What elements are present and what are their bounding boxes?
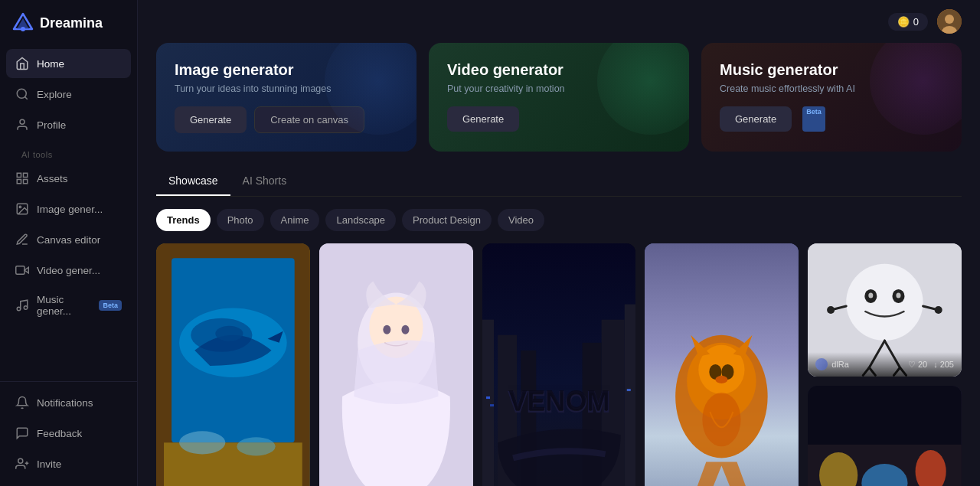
music-generator-card: Music generator Create music effortlessl… bbox=[701, 43, 962, 152]
user-dot bbox=[815, 358, 828, 370]
nav-notifications[interactable]: Notifications bbox=[6, 388, 131, 417]
svg-rect-7 bbox=[24, 180, 28, 184]
grid-item-cat[interactable]: wendi X ♡ 60 ↓ 1.4K bbox=[645, 243, 799, 486]
svg-point-15 bbox=[18, 458, 23, 463]
user-avatar[interactable] bbox=[937, 9, 962, 34]
svg-point-33 bbox=[401, 325, 409, 334]
svg-point-3 bbox=[17, 89, 26, 98]
svg-rect-36 bbox=[482, 320, 494, 486]
svg-rect-37 bbox=[624, 305, 635, 486]
char-downloads: ↓ 205 bbox=[933, 360, 954, 370]
video-generate-button[interactable]: Generate bbox=[447, 106, 519, 132]
nav-explore[interactable]: Explore bbox=[6, 80, 131, 109]
grid-item-char[interactable]: dlRa ♡ 20 ↓ 205 bbox=[808, 243, 962, 377]
grid-item-venom[interactable]: VENOM VENOM Janet ♡ 95 ↓ 1.3K bbox=[482, 243, 636, 486]
tab-showcase[interactable]: Showcase bbox=[156, 167, 230, 196]
svg-rect-6 bbox=[24, 173, 28, 177]
image-grid: Janet ♡ 47 ↓ 376 bbox=[156, 243, 962, 486]
explore-label: Explore bbox=[37, 89, 72, 100]
showcase-area: Showcase AI Shorts Trends Photo Anime La… bbox=[138, 167, 980, 486]
image-generator-card: Image generator Turn your ideas into stu… bbox=[156, 43, 416, 152]
explore-icon bbox=[15, 87, 29, 101]
ai-tools-label: AI tools bbox=[6, 141, 131, 164]
svg-rect-12 bbox=[16, 266, 24, 275]
nav-music-gen[interactable]: Music gener... Beta bbox=[6, 286, 131, 325]
grid-item-bottom-right[interactable] bbox=[808, 386, 962, 486]
canvas-icon bbox=[15, 233, 29, 246]
char-overlay: dlRa ♡ 20 ↓ 205 bbox=[808, 352, 962, 377]
nav-invite[interactable]: Invite bbox=[6, 449, 131, 478]
tabs-row: Showcase AI Shorts bbox=[156, 167, 962, 197]
svg-point-54 bbox=[716, 376, 728, 383]
svg-point-14 bbox=[24, 306, 28, 310]
svg-rect-43 bbox=[490, 404, 494, 406]
nav-image-gen[interactable]: Image gener... bbox=[6, 194, 131, 223]
svg-point-32 bbox=[383, 325, 390, 334]
canvas-label: Canvas editor bbox=[37, 234, 100, 246]
logo-area: Dreamina bbox=[0, 0, 137, 49]
svg-point-2 bbox=[21, 27, 25, 31]
filter-row: Trends Photo Anime Landscape Product Des… bbox=[156, 209, 962, 231]
coin-count: 0 bbox=[913, 16, 919, 28]
filter-video[interactable]: Video bbox=[498, 209, 544, 231]
svg-point-28 bbox=[237, 437, 275, 455]
home-icon bbox=[15, 57, 29, 70]
nav-assets[interactable]: Assets bbox=[6, 164, 131, 193]
app-name: Dreamina bbox=[40, 15, 103, 31]
svg-point-71 bbox=[935, 306, 942, 314]
sidebar: Dreamina Home Explore Profile AI tools bbox=[0, 0, 138, 486]
music-beta-badge: Beta bbox=[802, 106, 825, 132]
svg-marker-11 bbox=[24, 267, 28, 273]
svg-point-13 bbox=[17, 307, 21, 311]
assets-icon bbox=[15, 171, 29, 185]
nav-profile[interactable]: Profile bbox=[6, 110, 131, 139]
svg-point-60 bbox=[869, 292, 874, 298]
svg-text:VENOM: VENOM bbox=[508, 385, 609, 416]
svg-point-4 bbox=[20, 119, 24, 124]
music-generate-button[interactable]: Generate bbox=[720, 106, 792, 132]
invite-icon bbox=[15, 457, 29, 471]
main-content: 🪙 0 Image generator Turn your ideas into… bbox=[138, 0, 980, 486]
filter-photo[interactable]: Photo bbox=[217, 209, 264, 231]
grid-item-elf[interactable]: Gelyn Lakwatsera ♡ 76 ↓ 1.3K bbox=[319, 243, 473, 486]
home-label: Home bbox=[37, 58, 64, 70]
profile-label: Profile bbox=[37, 119, 66, 131]
char-user: dlRa bbox=[815, 358, 849, 370]
nav-section: Home Explore Profile AI tools Assets bbox=[0, 49, 137, 381]
svg-point-27 bbox=[179, 431, 225, 454]
filter-anime[interactable]: Anime bbox=[270, 209, 320, 231]
nav-canvas[interactable]: Canvas editor bbox=[6, 225, 131, 254]
svg-point-19 bbox=[945, 15, 954, 24]
music-gen-label: Music gener... bbox=[37, 294, 88, 317]
svg-rect-44 bbox=[626, 389, 630, 391]
coin-badge: 🪙 0 bbox=[888, 13, 928, 31]
topbar: 🪙 0 bbox=[138, 0, 980, 43]
svg-point-57 bbox=[846, 264, 923, 341]
profile-icon bbox=[15, 118, 29, 132]
coin-icon: 🪙 bbox=[897, 16, 910, 28]
nav-feedback[interactable]: Feedback bbox=[6, 419, 131, 448]
tab-ai-shorts[interactable]: AI Shorts bbox=[230, 167, 299, 196]
char-username: dlRa bbox=[831, 360, 849, 369]
nav-video-gen[interactable]: Video gener... bbox=[6, 256, 131, 285]
svg-point-61 bbox=[897, 292, 901, 298]
music-gen-icon bbox=[15, 298, 29, 312]
assets-label: Assets bbox=[37, 173, 68, 184]
feedback-label: Feedback bbox=[37, 428, 82, 439]
char-likes: ♡ 20 bbox=[908, 360, 927, 370]
feedback-icon bbox=[15, 426, 29, 440]
invite-label: Invite bbox=[37, 458, 61, 470]
svg-rect-42 bbox=[486, 396, 490, 399]
filter-landscape[interactable]: Landscape bbox=[325, 209, 396, 231]
grid-item-whale[interactable]: Janet ♡ 47 ↓ 376 bbox=[156, 243, 310, 486]
video-generator-card: Video generator Put your creativity in m… bbox=[429, 43, 689, 152]
filter-trends[interactable]: Trends bbox=[156, 209, 211, 231]
image-generate-button[interactable]: Generate bbox=[175, 106, 247, 133]
svg-point-55 bbox=[703, 393, 741, 446]
video-gen-icon bbox=[15, 263, 29, 277]
nav-home[interactable]: Home bbox=[6, 49, 131, 78]
filter-product-design[interactable]: Product Design bbox=[402, 209, 492, 231]
svg-point-70 bbox=[827, 306, 835, 314]
char-stats: ♡ 20 ↓ 205 bbox=[908, 360, 954, 370]
svg-point-10 bbox=[19, 206, 21, 207]
